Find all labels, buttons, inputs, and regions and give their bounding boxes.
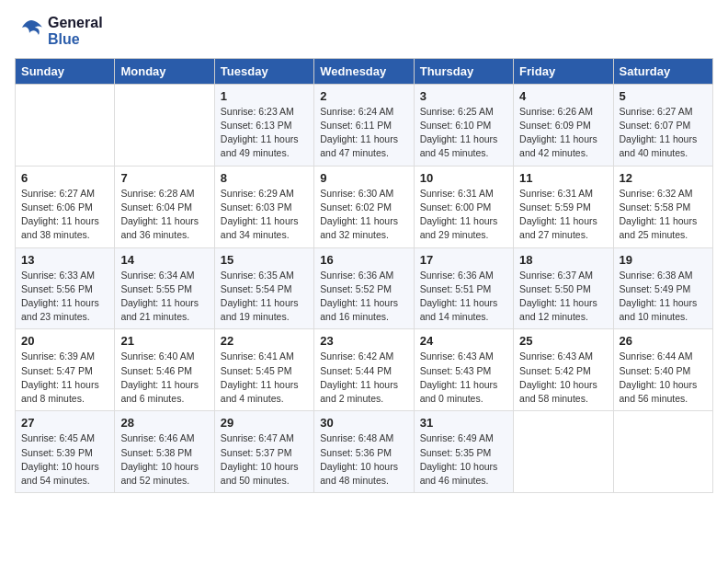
cell-content: Sunrise: 6:34 AM Sunset: 5:55 PM Dayligh… — [120, 269, 208, 325]
cell-content: Sunrise: 6:48 AM Sunset: 5:36 PM Dayligh… — [320, 431, 407, 488]
cell-content: Sunrise: 6:28 AM Sunset: 6:04 PM Dayligh… — [120, 187, 208, 243]
cell-content: Sunrise: 6:25 AM Sunset: 6:10 PM Dayligh… — [420, 105, 507, 161]
cell-content: Sunrise: 6:43 AM Sunset: 5:43 PM Dayligh… — [420, 350, 507, 406]
calendar-cell: 5Sunrise: 6:27 AM Sunset: 6:07 PM Daylig… — [613, 84, 712, 166]
cell-content: Sunrise: 6:38 AM Sunset: 5:49 PM Dayligh… — [620, 269, 707, 325]
calendar-cell: 8Sunrise: 6:29 AM Sunset: 6:03 PM Daylig… — [214, 166, 313, 247]
calendar-cell: 29Sunrise: 6:47 AM Sunset: 5:37 PM Dayli… — [214, 411, 313, 493]
cell-content: Sunrise: 6:32 AM Sunset: 5:58 PM Dayligh… — [620, 187, 707, 243]
calendar-table: SundayMondayTuesdayWednesdayThursdayFrid… — [15, 58, 713, 493]
calendar-cell — [514, 411, 613, 493]
calendar-week-row: 20Sunrise: 6:39 AM Sunset: 5:47 PM Dayli… — [16, 329, 713, 411]
calendar-cell: 26Sunrise: 6:44 AM Sunset: 5:40 PM Dayli… — [613, 329, 712, 411]
day-number: 19 — [620, 253, 707, 267]
cell-content: Sunrise: 6:37 AM Sunset: 5:50 PM Dayligh… — [519, 269, 607, 325]
day-number: 25 — [519, 334, 607, 348]
day-number: 10 — [420, 171, 507, 185]
day-number: 30 — [320, 416, 407, 430]
cell-content: Sunrise: 6:27 AM Sunset: 6:06 PM Dayligh… — [21, 187, 108, 243]
calendar-cell: 3Sunrise: 6:25 AM Sunset: 6:10 PM Daylig… — [414, 84, 513, 166]
calendar-cell: 17Sunrise: 6:36 AM Sunset: 5:51 PM Dayli… — [414, 247, 513, 329]
cell-content: Sunrise: 6:23 AM Sunset: 6:13 PM Dayligh… — [221, 105, 308, 161]
calendar-cell: 21Sunrise: 6:40 AM Sunset: 5:46 PM Dayli… — [115, 329, 214, 411]
day-number: 14 — [120, 253, 208, 267]
day-number: 3 — [420, 89, 507, 103]
calendar-cell: 10Sunrise: 6:31 AM Sunset: 6:00 PM Dayli… — [414, 166, 513, 247]
calendar-cell: 18Sunrise: 6:37 AM Sunset: 5:50 PM Dayli… — [514, 247, 613, 329]
cell-content: Sunrise: 6:46 AM Sunset: 5:38 PM Dayligh… — [120, 431, 208, 488]
calendar-cell: 27Sunrise: 6:45 AM Sunset: 5:39 PM Dayli… — [16, 411, 115, 493]
calendar-cell: 15Sunrise: 6:35 AM Sunset: 5:54 PM Dayli… — [214, 247, 313, 329]
weekday-header: Tuesday — [214, 58, 313, 84]
cell-content: Sunrise: 6:40 AM Sunset: 5:46 PM Dayligh… — [120, 350, 208, 406]
weekday-header: Monday — [115, 58, 214, 84]
day-number: 2 — [320, 89, 407, 103]
calendar-cell: 30Sunrise: 6:48 AM Sunset: 5:36 PM Dayli… — [314, 411, 414, 493]
calendar-week-row: 6Sunrise: 6:27 AM Sunset: 6:06 PM Daylig… — [16, 166, 713, 247]
cell-content: Sunrise: 6:36 AM Sunset: 5:51 PM Dayligh… — [420, 269, 507, 325]
calendar-cell: 12Sunrise: 6:32 AM Sunset: 5:58 PM Dayli… — [613, 166, 712, 247]
day-number: 16 — [320, 253, 407, 267]
calendar-cell: 9Sunrise: 6:30 AM Sunset: 6:02 PM Daylig… — [314, 166, 414, 247]
cell-content: Sunrise: 6:47 AM Sunset: 5:37 PM Dayligh… — [221, 431, 308, 488]
cell-content: Sunrise: 6:36 AM Sunset: 5:52 PM Dayligh… — [320, 269, 407, 325]
day-number: 21 — [120, 334, 208, 348]
day-number: 17 — [420, 253, 507, 267]
calendar-cell: 22Sunrise: 6:41 AM Sunset: 5:45 PM Dayli… — [214, 329, 313, 411]
day-number: 22 — [221, 334, 308, 348]
cell-content: Sunrise: 6:24 AM Sunset: 6:11 PM Dayligh… — [320, 105, 407, 161]
cell-content: Sunrise: 6:44 AM Sunset: 5:40 PM Dayligh… — [620, 350, 707, 406]
cell-content: Sunrise: 6:30 AM Sunset: 6:02 PM Dayligh… — [320, 187, 407, 243]
day-number: 29 — [221, 416, 308, 430]
calendar-cell: 25Sunrise: 6:43 AM Sunset: 5:42 PM Dayli… — [514, 329, 613, 411]
day-number: 13 — [21, 253, 108, 267]
calendar-cell: 23Sunrise: 6:42 AM Sunset: 5:44 PM Dayli… — [314, 329, 414, 411]
cell-content: Sunrise: 6:26 AM Sunset: 6:09 PM Dayligh… — [519, 105, 607, 161]
logo-blue-text: Blue — [48, 31, 103, 48]
cell-content: Sunrise: 6:35 AM Sunset: 5:54 PM Dayligh… — [221, 269, 308, 325]
weekday-header: Sunday — [16, 58, 115, 84]
weekday-header: Friday — [514, 58, 613, 84]
cell-content: Sunrise: 6:41 AM Sunset: 5:45 PM Dayligh… — [221, 350, 308, 406]
header-row: SundayMondayTuesdayWednesdayThursdayFrid… — [16, 58, 713, 84]
day-number: 18 — [519, 253, 607, 267]
calendar-cell: 11Sunrise: 6:31 AM Sunset: 5:59 PM Dayli… — [514, 166, 613, 247]
page-header: General Blue — [15, 15, 713, 49]
calendar-cell: 1Sunrise: 6:23 AM Sunset: 6:13 PM Daylig… — [214, 84, 313, 166]
cell-content: Sunrise: 6:27 AM Sunset: 6:07 PM Dayligh… — [620, 105, 707, 161]
day-number: 26 — [620, 334, 707, 348]
day-number: 27 — [21, 416, 108, 430]
day-number: 31 — [420, 416, 507, 430]
day-number: 1 — [221, 89, 308, 103]
cell-content: Sunrise: 6:49 AM Sunset: 5:35 PM Dayligh… — [420, 431, 507, 488]
calendar-cell: 4Sunrise: 6:26 AM Sunset: 6:09 PM Daylig… — [514, 84, 613, 166]
weekday-header: Wednesday — [314, 58, 414, 84]
calendar-week-row: 27Sunrise: 6:45 AM Sunset: 5:39 PM Dayli… — [16, 411, 713, 493]
cell-content: Sunrise: 6:43 AM Sunset: 5:42 PM Dayligh… — [519, 350, 607, 406]
weekday-header: Thursday — [414, 58, 513, 84]
logo-general-text: General — [48, 15, 103, 31]
calendar-cell: 14Sunrise: 6:34 AM Sunset: 5:55 PM Dayli… — [115, 247, 214, 329]
cell-content: Sunrise: 6:31 AM Sunset: 5:59 PM Dayligh… — [519, 187, 607, 243]
day-number: 7 — [120, 171, 208, 185]
calendar-cell: 2Sunrise: 6:24 AM Sunset: 6:11 PM Daylig… — [314, 84, 414, 166]
day-number: 24 — [420, 334, 507, 348]
logo: General Blue — [15, 15, 103, 49]
cell-content: Sunrise: 6:39 AM Sunset: 5:47 PM Dayligh… — [21, 350, 108, 406]
day-number: 4 — [519, 89, 607, 103]
day-number: 6 — [21, 171, 108, 185]
calendar-cell: 7Sunrise: 6:28 AM Sunset: 6:04 PM Daylig… — [115, 166, 214, 247]
calendar-cell — [115, 84, 214, 166]
calendar-cell: 16Sunrise: 6:36 AM Sunset: 5:52 PM Dayli… — [314, 247, 414, 329]
day-number: 20 — [21, 334, 108, 348]
day-number: 11 — [519, 171, 607, 185]
logo-bird-icon — [15, 17, 44, 46]
day-number: 12 — [620, 171, 707, 185]
calendar-week-row: 13Sunrise: 6:33 AM Sunset: 5:56 PM Dayli… — [16, 247, 713, 329]
day-number: 28 — [120, 416, 208, 430]
calendar-cell: 19Sunrise: 6:38 AM Sunset: 5:49 PM Dayli… — [613, 247, 712, 329]
calendar-cell: 13Sunrise: 6:33 AM Sunset: 5:56 PM Dayli… — [16, 247, 115, 329]
calendar-cell: 6Sunrise: 6:27 AM Sunset: 6:06 PM Daylig… — [16, 166, 115, 247]
weekday-header: Saturday — [613, 58, 712, 84]
calendar-cell: 24Sunrise: 6:43 AM Sunset: 5:43 PM Dayli… — [414, 329, 513, 411]
